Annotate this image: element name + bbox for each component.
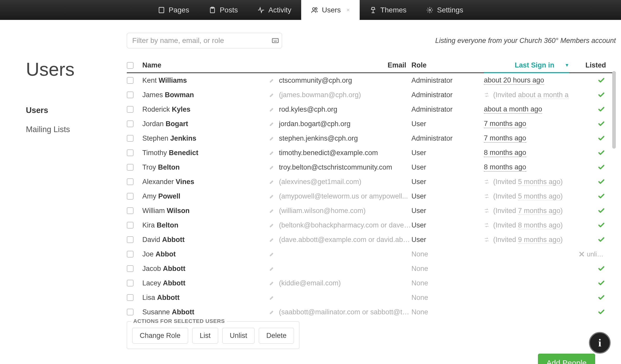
pencil-icon[interactable]: [269, 208, 275, 214]
row-checkbox[interactable]: [127, 294, 134, 301]
table-row[interactable]: Troy Beltontroy.belton@ctschristcommunit…: [127, 160, 616, 175]
pencil-icon[interactable]: [269, 150, 275, 156]
check-icon: [598, 164, 605, 171]
pencil-icon[interactable]: [269, 92, 275, 98]
page-title: Users: [26, 59, 127, 80]
user-email: (saabbott@mailinator.com or sabbott@tci.…: [279, 308, 411, 316]
pencil-icon[interactable]: [269, 280, 275, 286]
pencil-icon[interactable]: [269, 193, 275, 199]
row-checkbox[interactable]: [127, 106, 134, 113]
last-signin: (Invited about a month a: [493, 91, 568, 99]
user-role: None: [411, 308, 428, 316]
sidebar-item-mailing-lists[interactable]: Mailing Lists: [26, 125, 127, 134]
row-checkbox[interactable]: [127, 309, 134, 315]
pencil-icon[interactable]: [269, 107, 275, 112]
table-row[interactable]: James Bowman(james.bowman@cph.org)Admini…: [127, 88, 616, 102]
reinvite-icon[interactable]: [484, 208, 490, 214]
user-role: User: [411, 178, 426, 186]
user-name: Kent Williams: [142, 77, 269, 85]
table-row[interactable]: William Wilson(william.wilson@home.com)U…: [127, 203, 616, 218]
pencil-icon[interactable]: [269, 222, 275, 228]
table-row[interactable]: Kira Belton(beltonk@bohackpharmacy.com o…: [127, 218, 616, 232]
row-checkbox[interactable]: [127, 178, 134, 185]
close-icon[interactable]: ×: [346, 7, 350, 13]
scrollbar[interactable]: [612, 71, 616, 149]
actions-panel: ACTIONS FOR SELECTED USERS Change Role L…: [127, 321, 299, 349]
select-all-checkbox[interactable]: [127, 62, 134, 69]
table-row[interactable]: Stephen Jenkinsstephen.jenkins@cph.orgAd…: [127, 131, 616, 146]
delete-button[interactable]: Delete: [259, 328, 294, 344]
nav-themes[interactable]: Themes: [360, 0, 416, 20]
reinvite-icon[interactable]: [484, 92, 490, 98]
nav-activity[interactable]: Activity: [248, 0, 301, 20]
row-checkbox[interactable]: [127, 149, 134, 156]
list-button[interactable]: List: [192, 328, 218, 344]
row-checkbox[interactable]: [127, 120, 134, 127]
header-role[interactable]: Role: [411, 61, 484, 69]
table-row[interactable]: Jordan Bogartjordan.bogart@cph.orgUser7 …: [127, 117, 616, 131]
unlist-button[interactable]: Unlist: [222, 328, 255, 344]
row-checkbox[interactable]: [127, 236, 134, 243]
header-last-signin[interactable]: Last Sign in ▼: [484, 61, 569, 73]
table-row[interactable]: Roderick Kylesrod.kyles@cph.orgAdministr…: [127, 102, 616, 117]
row-checkbox[interactable]: [127, 92, 134, 98]
pencil-icon[interactable]: [269, 179, 275, 185]
header-listed[interactable]: Listed: [569, 61, 608, 69]
pencil-icon[interactable]: [269, 251, 275, 257]
keyboard-icon[interactable]: [272, 37, 279, 44]
table-header: Name Email Role Last Sign in ▼ Listed: [127, 58, 616, 73]
pencil-icon[interactable]: [269, 121, 275, 127]
sidebar-item-users[interactable]: Users: [26, 106, 127, 115]
nav-users[interactable]: Users ×: [301, 0, 360, 20]
change-role-button[interactable]: Change Role: [132, 328, 188, 344]
table-row[interactable]: Amy Powell(amypowell@teleworm.us or amyp…: [127, 189, 616, 203]
pencil-icon[interactable]: [269, 78, 275, 83]
table-row[interactable]: Lisa AbbottNone: [127, 290, 616, 305]
row-checkbox[interactable]: [127, 222, 134, 229]
listed-status: unlis...: [569, 251, 608, 258]
row-checkbox[interactable]: [127, 280, 134, 286]
pencil-icon[interactable]: [269, 164, 275, 170]
row-checkbox[interactable]: [127, 77, 134, 84]
nav-posts[interactable]: Posts: [199, 0, 248, 20]
listed-status: [569, 91, 608, 98]
header-name[interactable]: Name: [142, 61, 269, 69]
table-row[interactable]: David Abbott(dave.abbott@example.com or …: [127, 232, 616, 247]
actions-legend: ACTIONS FOR SELECTED USERS: [131, 318, 227, 324]
gear-icon: [426, 6, 433, 14]
row-checkbox[interactable]: [127, 251, 134, 257]
nav-settings[interactable]: Settings: [416, 0, 473, 20]
last-signin: about a month ago: [484, 105, 542, 114]
header-email[interactable]: Email: [269, 61, 411, 69]
user-name: Lisa Abbott: [142, 294, 269, 302]
row-checkbox[interactable]: [127, 164, 134, 171]
pencil-icon[interactable]: [269, 309, 275, 315]
row-checkbox[interactable]: [127, 207, 134, 214]
row-checkbox[interactable]: [127, 265, 134, 272]
reinvite-icon[interactable]: [484, 222, 490, 228]
table-row[interactable]: Jacob AbbottNone: [127, 261, 616, 276]
row-checkbox[interactable]: [127, 135, 134, 142]
table-row[interactable]: Timothy Benedicttimothy.benedict@example…: [127, 146, 616, 160]
pencil-icon[interactable]: [269, 295, 275, 300]
check-icon: [598, 120, 605, 127]
reinvite-icon[interactable]: [484, 193, 490, 199]
row-checkbox[interactable]: [127, 193, 134, 200]
table-row[interactable]: Joe AbbotNoneunlis...: [127, 247, 616, 261]
pencil-icon[interactable]: [269, 266, 275, 271]
nav-pages[interactable]: Pages: [148, 0, 199, 20]
nav-label: Themes: [380, 6, 406, 14]
table-body[interactable]: Kent Williamsctscommunity@cph.orgAdminis…: [127, 73, 616, 319]
reinvite-icon[interactable]: [484, 237, 490, 242]
table-row[interactable]: Susanne Abbott(saabbott@mailinator.com o…: [127, 305, 616, 319]
pencil-icon[interactable]: [269, 135, 275, 141]
reinvite-icon[interactable]: [484, 179, 490, 185]
table-row[interactable]: Lacey Abbott(kiddie@email.com)None: [127, 276, 616, 290]
info-fab-button[interactable]: i: [589, 332, 611, 354]
table-row[interactable]: Kent Williamsctscommunity@cph.orgAdminis…: [127, 73, 616, 88]
last-signin: (Invited 5 months ago): [493, 192, 563, 200]
filter-input[interactable]: [127, 33, 282, 48]
add-people-button[interactable]: Add People: [538, 354, 595, 364]
table-row[interactable]: Alexander Vines(alexvines@get1mail.com)U…: [127, 175, 616, 189]
pencil-icon[interactable]: [269, 237, 275, 242]
